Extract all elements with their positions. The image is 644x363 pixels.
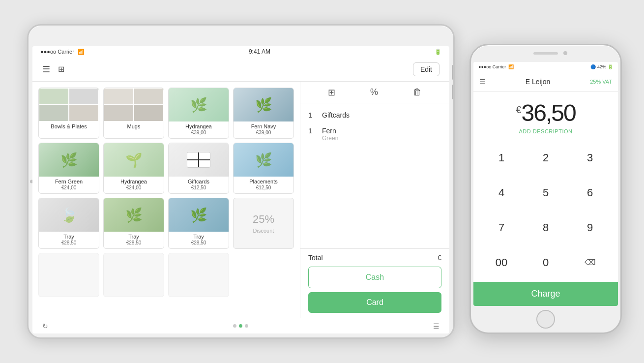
product-price-tray1: €28,50	[41, 240, 97, 245]
cat-img-m4	[134, 105, 164, 121]
numpad-key-7[interactable]: 7	[479, 210, 524, 245]
leaf-deco-tray1: 🍃	[39, 198, 99, 232]
refresh-icon[interactable]: ↻	[42, 322, 48, 330]
cart-total-row: Total €	[308, 254, 441, 262]
placeholder-3	[168, 253, 229, 297]
product-name-hydrangea2: Hydrangea	[106, 179, 162, 184]
numpad-key-00[interactable]: 00	[479, 245, 524, 280]
edit-button[interactable]: Edit	[413, 62, 439, 76]
cart-footer: Total € Cash Card	[300, 248, 449, 318]
numpad-key-3[interactable]: 3	[568, 140, 612, 175]
discount-label: Discount	[253, 228, 274, 234]
product-cell-fern-green[interactable]: 🌿 Fern Green €24,00	[38, 143, 99, 194]
phone-amount-value: 36,50	[522, 99, 576, 126]
numpad-key-6[interactable]: 6	[568, 175, 612, 210]
page-dot-2	[239, 324, 242, 328]
grid-icon[interactable]: ⊞	[328, 87, 335, 98]
product-price-fern-green: €24,00	[41, 185, 97, 190]
add-description-button[interactable]: ADD DESCRIPTION	[479, 128, 612, 134]
trash-icon[interactable]: 🗑	[413, 87, 422, 97]
numpad-backspace[interactable]: ⌫	[568, 245, 612, 280]
cart-items-list: 1 Giftcards 1 Fern Green	[300, 103, 449, 248]
numpad-key-8[interactable]: 8	[524, 210, 568, 245]
leaf-deco-hydrangea: 🌿	[169, 88, 229, 121]
cash-button[interactable]: Cash	[308, 267, 441, 288]
product-name-tray1: Tray	[41, 234, 97, 240]
product-price-giftcards: €12,50	[171, 185, 227, 190]
cat-img-m3	[104, 105, 134, 121]
product-label-hydrangea2: Hydrangea €24,00	[104, 177, 164, 193]
product-cell-giftcards[interactable]: Giftcards €12,50	[168, 143, 229, 194]
phone-battery-icon: 🔋	[608, 64, 613, 69]
wifi-icon: 📶	[78, 49, 85, 55]
phone-device: ●●●oo Carrier 📶 🔵 42% 🔋 ☰ E Leijon 25% V…	[469, 44, 622, 334]
product-cell-hydrangea2[interactable]: 🌱 Hydrangea €24,00	[103, 143, 164, 194]
charge-button[interactable]: Charge	[473, 282, 618, 306]
product-name-mugs: Mugs	[106, 123, 162, 129]
phone-wifi-icon: 📶	[508, 64, 514, 69]
giftcard-visual	[187, 152, 210, 168]
product-label-tray2: Tray €28,50	[104, 232, 164, 248]
cat-img-m2	[134, 88, 164, 105]
product-label-tray1: Tray €28,50	[39, 232, 99, 248]
phone-battery-area: 🔵 42% 🔋	[590, 64, 613, 69]
product-cell-fern-navy[interactable]: 🌿 Fern Navy €39,00	[233, 88, 294, 139]
products-grid: Bowls & Plates	[38, 88, 294, 249]
product-image-giftcards	[169, 143, 229, 177]
phone-carrier: ●●●oo Carrier 📶	[478, 64, 514, 69]
filter-icon[interactable]: ⊞	[58, 64, 64, 74]
product-label-tray3: Tray €28,50	[169, 232, 229, 248]
product-cell-placements[interactable]: 🌿 Placements €12,50	[233, 143, 294, 194]
card-button[interactable]: Card	[308, 292, 441, 313]
numpad-key-4[interactable]: 4	[479, 175, 524, 210]
numpad-key-0[interactable]: 0	[524, 245, 568, 280]
scene: ●●●oo Carrier 📶 9:41 AM 🔋 ☰ ⊞ Edit	[27, 14, 617, 349]
phone-menu-icon[interactable]: ☰	[479, 78, 486, 86]
product-price-hydrangea: €39,00	[171, 130, 227, 135]
product-image-hydrangea2: 🌱	[104, 143, 164, 177]
product-cell-mugs[interactable]: Mugs	[103, 88, 164, 139]
product-image-bowls	[39, 88, 99, 121]
cart-qty-1: 1	[308, 111, 316, 119]
list-icon[interactable]: ☰	[433, 322, 439, 330]
phone-store-name: E Leijon	[526, 78, 551, 86]
phone-speaker	[533, 52, 558, 55]
phone-header: ☰ E Leijon 25% VAT	[473, 72, 618, 91]
percent-icon[interactable]: %	[370, 87, 378, 97]
phone-home-button[interactable]	[536, 310, 555, 329]
cart-total-label: Total	[308, 254, 323, 262]
product-cell-tray1[interactable]: 🍃 Tray €28,50	[38, 198, 99, 249]
cart-item-giftcards[interactable]: 1 Giftcards	[300, 107, 449, 123]
product-name-hydrangea: Hydrangea	[171, 123, 227, 129]
leaf-deco-tray3: 🌿	[169, 198, 229, 232]
product-cell-tray3[interactable]: 🌿 Tray €28,50	[168, 198, 229, 249]
battery-icon: 🔋	[435, 49, 441, 55]
numpad-key-5[interactable]: 5	[524, 175, 568, 210]
numpad-key-9[interactable]: 9	[568, 210, 612, 245]
phone-carrier-text: ●●●oo Carrier	[478, 64, 506, 69]
numpad-key-2[interactable]: 2	[524, 140, 568, 175]
product-cell-tray2[interactable]: 🌿 Tray €28,50	[103, 198, 164, 249]
product-name-fern-navy: Fern Navy	[235, 123, 292, 129]
product-image-fern-navy: 🌿	[234, 88, 293, 121]
product-label-mugs: Mugs	[104, 121, 164, 132]
phone-battery-pct: 42%	[597, 64, 606, 69]
product-cell-bowls-plates[interactable]: Bowls & Plates	[38, 88, 99, 139]
phone-vat-badge: 25% VAT	[590, 79, 612, 85]
cart-name-fern: Fern	[322, 127, 338, 135]
leaf-deco-tray2: 🌿	[104, 198, 164, 232]
product-image-tray1: 🍃	[39, 198, 99, 232]
menu-icon[interactable]: ☰	[42, 64, 50, 75]
product-label-fern-green: Fern Green €24,00	[39, 177, 99, 193]
tablet-status-bar: ●●●oo Carrier 📶 9:41 AM 🔋	[32, 46, 449, 57]
product-image-tray2: 🌿	[104, 198, 164, 232]
phone-amount-section: € 36,50 ADD DESCRIPTION	[473, 91, 618, 138]
phone-numpad: 1 2 3 4 5 6 7 8 9 00 0 ⌫	[473, 138, 618, 282]
product-image-tray3: 🌿	[169, 198, 229, 232]
product-cell-hydrangea[interactable]: 🌿 Hydrangea €39,00	[168, 88, 229, 139]
product-cell-discount[interactable]: 25% Discount	[233, 198, 294, 249]
numpad-key-1[interactable]: 1	[479, 140, 524, 175]
product-label-giftcards: Giftcards €12,50	[169, 177, 229, 193]
cart-item-fern[interactable]: 1 Fern Green	[300, 123, 449, 146]
tablet-header-left: ☰ ⊞	[42, 64, 64, 75]
